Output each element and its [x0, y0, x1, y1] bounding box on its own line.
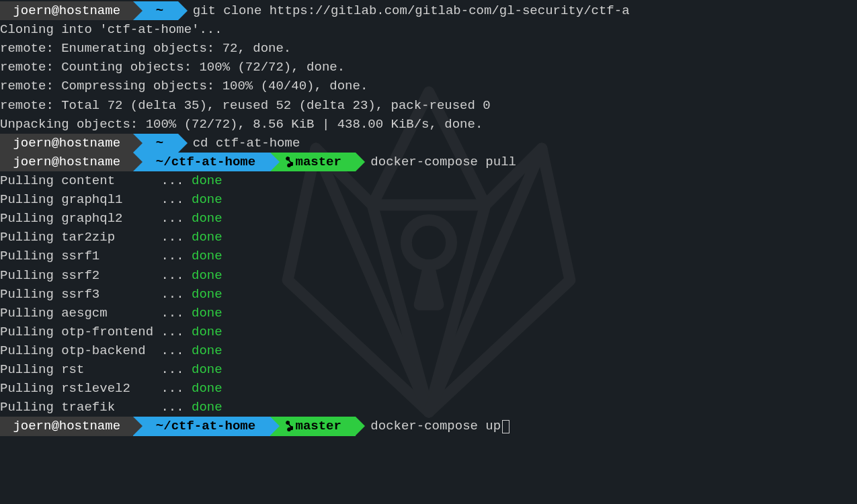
pull-status-line: Pulling rstlevel2 ... done: [0, 379, 857, 398]
pull-status-line: Pulling otp-frontend ... done: [0, 323, 857, 341]
git-branch-icon: [285, 157, 293, 167]
pull-status-line: Pulling graphql2 ... done: [0, 209, 857, 228]
command-text: docker-compose up: [356, 417, 509, 435]
pull-status-line: Pulling ssrf3 ... done: [0, 285, 857, 304]
prompt-line-3: joern@hostname ~/ctf-at-home master dock…: [0, 153, 857, 171]
pull-status-line: Pulling otp-backend ... done: [0, 341, 857, 360]
prompt-branch-segment: master: [270, 417, 356, 435]
pull-status-line: Pulling aesgcm ... done: [0, 304, 857, 323]
command-text: docker-compose pull: [356, 153, 516, 171]
terminal-cursor: [502, 420, 509, 433]
prompt-path-segment: ~/ctf-at-home: [133, 153, 270, 171]
prompt-user-segment: joern@hostname: [0, 153, 133, 171]
pull-status-line: Pulling ssrf2 ... done: [0, 266, 857, 285]
prompt-path-segment: ~/ctf-at-home: [133, 417, 270, 435]
command-text: cd ctf-at-home: [178, 134, 300, 153]
prompt-line-2: joern@hostname ~ cd ctf-at-home: [0, 134, 857, 153]
git-branch-icon: [285, 421, 293, 431]
pull-status-line: Pulling traefik ... done: [0, 398, 857, 417]
output-line: Cloning into 'ctf-at-home'...: [0, 20, 857, 39]
output-line: remote: Compressing objects: 100% (40/40…: [0, 77, 857, 95]
prompt-line-4: joern@hostname ~/ctf-at-home master dock…: [0, 417, 857, 435]
prompt-user-segment: joern@hostname: [0, 1, 133, 20]
prompt-user-segment: joern@hostname: [0, 417, 133, 435]
pull-status-line: Pulling rst ... done: [0, 360, 857, 379]
output-line: Unpacking objects: 100% (72/72), 8.56 Ki…: [0, 115, 857, 134]
output-line: remote: Enumerating objects: 72, done.: [0, 39, 857, 58]
pull-status-line: Pulling ssrf1 ... done: [0, 247, 857, 265]
prompt-branch-segment: master: [270, 153, 356, 171]
prompt-user-segment: joern@hostname: [0, 134, 133, 153]
output-line: remote: Total 72 (delta 35), reused 52 (…: [0, 96, 857, 115]
command-text: git clone https://gitlab.com/gitlab-com/…: [178, 1, 630, 20]
pull-status-line: Pulling content ... done: [0, 171, 857, 190]
output-line: remote: Counting objects: 100% (72/72), …: [0, 58, 857, 77]
pull-status-line: Pulling tar2zip ... done: [0, 228, 857, 247]
pull-status-line: Pulling graphql1 ... done: [0, 190, 857, 209]
terminal-output[interactable]: joern@hostname ~ git clone https://gitla…: [0, 1, 857, 436]
prompt-line-1: joern@hostname ~ git clone https://gitla…: [0, 1, 857, 20]
